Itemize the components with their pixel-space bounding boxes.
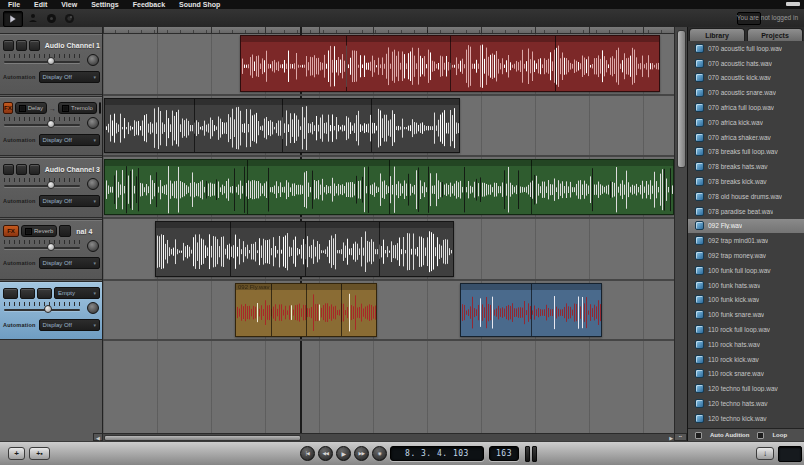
audio-clip[interactable]	[104, 159, 674, 215]
library-item[interactable]: 110 rock snare.wav	[688, 367, 804, 382]
audio-clip[interactable]: 092 Fly.wav	[235, 283, 377, 337]
library-item[interactable]: 078 breaks hats.wav	[688, 159, 804, 174]
pointer-tool-button[interactable]	[3, 11, 23, 27]
fx-button[interactable]: FX	[3, 102, 13, 114]
library-item[interactable]: 120 techno kick.wav	[688, 411, 804, 426]
monitor-disc-button[interactable]	[60, 11, 78, 25]
library-item[interactable]: 110 rock hats.wav	[688, 337, 804, 352]
track-header-1[interactable]: Audio Channel 1AutomationDisplay Off▾	[0, 33, 102, 95]
mute-button[interactable]	[20, 288, 35, 299]
library-item[interactable]: 100 funk full loop.wav	[688, 263, 804, 278]
plugin-button[interactable]: Delay	[15, 102, 47, 114]
user-button[interactable]	[24, 11, 42, 25]
library-item[interactable]: 100 funk hats.wav	[688, 278, 804, 293]
library-item[interactable]: 092 trap mind01.wav	[688, 233, 804, 248]
menu-item-file[interactable]: File	[8, 0, 20, 9]
vertical-scrollbar[interactable]	[674, 27, 687, 433]
pan-knob[interactable]	[87, 240, 99, 252]
download-button[interactable]: ↓	[756, 447, 774, 460]
record-arm-button[interactable]	[3, 164, 14, 175]
automation-dropdown[interactable]: Display Off▾	[39, 195, 100, 207]
loop-checkbox[interactable]	[757, 432, 764, 439]
audio-clip[interactable]	[460, 283, 602, 337]
library-item[interactable]: 070 africa shaker.wav	[688, 130, 804, 145]
track-header-5[interactable]: Empty▾AutomationDisplay Off▾	[0, 281, 102, 340]
slider-thumb[interactable]	[47, 57, 55, 65]
horizontal-scrollbar[interactable]: ▶	[103, 433, 674, 441]
automation-dropdown[interactable]: Display Off▾	[39, 319, 100, 331]
automation-dropdown[interactable]: Display Off▾	[39, 134, 100, 146]
window-control[interactable]	[786, 2, 800, 6]
library-item[interactable]: 120 techno full loop.wav	[688, 381, 804, 396]
empty-plugin-slot[interactable]	[59, 225, 71, 237]
menu-item-feedback[interactable]: Feedback	[133, 0, 165, 9]
slider-thumb[interactable]	[44, 305, 52, 313]
library-item[interactable]: 070 acoustic kick.wav	[688, 71, 804, 86]
scroll-left-button[interactable]: ◀	[93, 433, 103, 441]
fast-forward-button[interactable]: ▶▶	[354, 446, 369, 461]
volume-slider[interactable]	[4, 54, 80, 66]
library-item[interactable]: 070 acoustic hats.wav	[688, 56, 804, 71]
volume-slider[interactable]	[4, 240, 80, 252]
library-item[interactable]: 078 breaks kick.wav	[688, 174, 804, 189]
solo-button[interactable]	[37, 288, 52, 299]
track-source-dropdown[interactable]: Empty▾	[54, 287, 100, 299]
vertical-scrollbar-thumb[interactable]	[677, 30, 686, 168]
library-item[interactable]: 120 techno hats.wav	[688, 396, 804, 411]
audio-clip[interactable]	[155, 221, 454, 277]
library-item[interactable]: 070 africa kick.wav	[688, 115, 804, 130]
audio-clip[interactable]	[240, 35, 660, 92]
mute-button[interactable]	[16, 40, 27, 51]
add-instrument-track-button[interactable]: +▪	[29, 447, 50, 460]
tab-projects[interactable]: Projects	[747, 28, 803, 41]
library-item[interactable]: 078 paradise beat.wav	[688, 204, 804, 219]
track-header-4[interactable]: FXReverbnal 4AutomationDisplay Off▾	[0, 219, 102, 280]
track-header-2[interactable]: FXDelay→TremoloAutomationDisplay Off▾	[0, 96, 102, 156]
record-arm-button[interactable]	[3, 288, 18, 299]
automation-dropdown[interactable]: Display Off▾	[39, 71, 100, 83]
slider-thumb[interactable]	[47, 243, 55, 251]
volume-slider[interactable]	[4, 178, 80, 190]
library-item[interactable]: 100 funk snare.wav	[688, 307, 804, 322]
automation-dropdown[interactable]: Display Off▾	[39, 257, 100, 269]
audio-clip[interactable]	[104, 98, 460, 153]
record-arm-button[interactable]	[3, 40, 14, 51]
menu-item-edit[interactable]: Edit	[34, 0, 47, 9]
fx-button[interactable]: FX	[3, 225, 19, 237]
volume-slider[interactable]	[4, 302, 80, 314]
record-button[interactable]: ◉	[372, 446, 387, 461]
library-item[interactable]: 070 acoustic snare.wav	[688, 85, 804, 100]
go-to-start-button[interactable]: |◀	[300, 446, 315, 461]
empty-plugin-slot[interactable]	[99, 102, 101, 114]
library-item[interactable]: 092 Fly.wav	[688, 219, 804, 234]
zoom-corner-button[interactable]: ▪▪	[674, 433, 687, 441]
mute-button[interactable]	[16, 164, 27, 175]
rewind-button[interactable]: ◀◀	[318, 446, 333, 461]
pan-knob[interactable]	[87, 54, 99, 66]
track-header-3[interactable]: Audio Channel 3AutomationDisplay Off▾	[0, 157, 102, 218]
pan-knob[interactable]	[87, 302, 99, 314]
auto-audition-checkbox[interactable]	[695, 432, 702, 439]
menu-item-view[interactable]: View	[61, 0, 77, 9]
plugin-button[interactable]: Tremolo	[58, 102, 97, 114]
library-item[interactable]: 092 trap money.wav	[688, 248, 804, 263]
arrangement[interactable]: 092 Fly.wav	[103, 27, 674, 433]
add-track-button[interactable]: +	[8, 447, 25, 460]
library-item[interactable]: 078 old house drums.wav	[688, 189, 804, 204]
library-item[interactable]: 110 rock full loop.wav	[688, 322, 804, 337]
menu-item-settings[interactable]: Settings	[91, 0, 119, 9]
pan-knob[interactable]	[87, 178, 99, 190]
volume-slider[interactable]	[4, 117, 80, 129]
record-disc-button[interactable]	[42, 11, 60, 25]
play-button[interactable]: ▶	[336, 446, 351, 461]
pan-knob[interactable]	[87, 117, 99, 129]
slider-thumb[interactable]	[47, 181, 55, 189]
library-item[interactable]: 070 acoustic full loop.wav	[688, 41, 804, 56]
plugin-button[interactable]: Reverb	[21, 225, 57, 237]
library-item[interactable]: 070 africa full loop.wav	[688, 100, 804, 115]
slider-thumb[interactable]	[47, 120, 55, 128]
library-item[interactable]: 100 funk kick.wav	[688, 293, 804, 308]
menu-item-sound-shop[interactable]: Sound Shop	[179, 0, 220, 9]
tab-library[interactable]: Library	[689, 28, 745, 41]
library-item[interactable]: 110 rock kick.wav	[688, 352, 804, 367]
